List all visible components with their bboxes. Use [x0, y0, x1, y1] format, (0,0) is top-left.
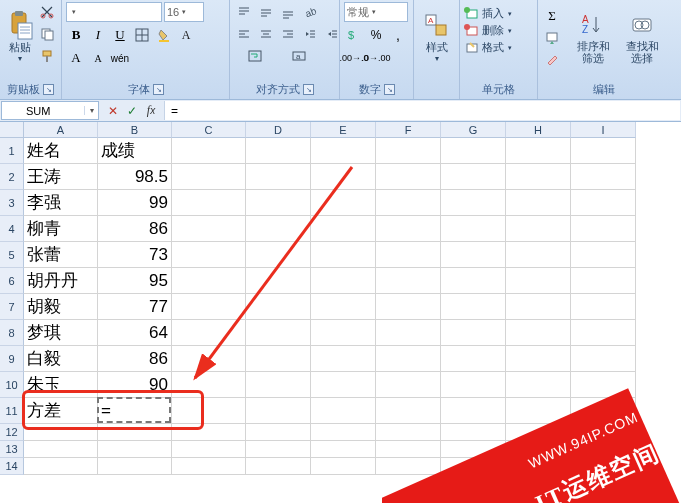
- cell[interactable]: [441, 268, 506, 294]
- insert-button[interactable]: 插入▾: [464, 6, 512, 21]
- cell[interactable]: [311, 320, 376, 346]
- orientation-button[interactable]: ab: [300, 2, 320, 22]
- cell[interactable]: [571, 164, 636, 190]
- chevron-down-icon[interactable]: ▾: [84, 106, 98, 115]
- cell[interactable]: [571, 458, 636, 475]
- cell[interactable]: [441, 138, 506, 164]
- autosum-button[interactable]: Σ: [542, 6, 562, 26]
- cell[interactable]: [311, 441, 376, 458]
- column-header[interactable]: C: [172, 122, 246, 138]
- dialog-launcher-icon[interactable]: ↘: [153, 84, 164, 95]
- cell[interactable]: [506, 372, 571, 398]
- align-center-button[interactable]: [256, 24, 276, 44]
- cell[interactable]: [506, 268, 571, 294]
- cell[interactable]: [172, 216, 246, 242]
- cell[interactable]: 86: [98, 216, 172, 242]
- cell[interactable]: [506, 294, 571, 320]
- cell[interactable]: 86: [98, 346, 172, 372]
- select-all-corner[interactable]: [0, 122, 24, 138]
- cell[interactable]: [246, 268, 311, 294]
- dialog-launcher-icon[interactable]: ↘: [43, 84, 54, 95]
- cell[interactable]: [571, 216, 636, 242]
- dialog-launcher-icon[interactable]: ↘: [384, 84, 395, 95]
- sort-filter-button[interactable]: AZ 排序和 筛选: [570, 2, 617, 72]
- cell[interactable]: [506, 458, 571, 475]
- cell[interactable]: [506, 424, 571, 441]
- cell[interactable]: [246, 138, 311, 164]
- cell[interactable]: [172, 441, 246, 458]
- cell[interactable]: 90: [98, 372, 172, 398]
- cell[interactable]: [311, 424, 376, 441]
- decrease-indent-button[interactable]: [300, 24, 320, 44]
- cell[interactable]: [246, 320, 311, 346]
- cell[interactable]: 李强: [24, 190, 98, 216]
- align-top-button[interactable]: [234, 2, 254, 22]
- cell[interactable]: [376, 346, 441, 372]
- cell[interactable]: [246, 458, 311, 475]
- column-header[interactable]: A: [24, 122, 98, 138]
- row-header[interactable]: 10: [0, 372, 24, 398]
- row-header[interactable]: 8: [0, 320, 24, 346]
- cell[interactable]: [172, 138, 246, 164]
- cell[interactable]: [441, 242, 506, 268]
- cell[interactable]: [24, 424, 98, 441]
- cell[interactable]: [311, 268, 376, 294]
- column-header[interactable]: E: [311, 122, 376, 138]
- cell[interactable]: [311, 398, 376, 424]
- cell[interactable]: [172, 242, 246, 268]
- cell[interactable]: [172, 424, 246, 441]
- cell[interactable]: [98, 458, 172, 475]
- cell[interactable]: 64: [98, 320, 172, 346]
- copy-button[interactable]: [37, 24, 57, 44]
- row-header[interactable]: 12: [0, 424, 24, 441]
- cell[interactable]: [172, 268, 246, 294]
- cell[interactable]: [506, 441, 571, 458]
- cell[interactable]: 朱玉: [24, 372, 98, 398]
- cell[interactable]: [376, 441, 441, 458]
- font-name-combo[interactable]: ▾: [66, 2, 162, 22]
- paste-button[interactable]: 粘贴 ▾: [4, 2, 35, 72]
- cell[interactable]: [441, 294, 506, 320]
- merge-center-button[interactable]: a: [278, 46, 320, 66]
- name-box[interactable]: SUM ▾: [1, 101, 99, 120]
- align-left-button[interactable]: [234, 24, 254, 44]
- decrease-decimal-button[interactable]: .0→.00: [366, 48, 386, 68]
- row-header[interactable]: 6: [0, 268, 24, 294]
- cell[interactable]: [172, 398, 246, 424]
- cell[interactable]: [571, 424, 636, 441]
- cell[interactable]: [571, 398, 636, 424]
- cell[interactable]: [571, 242, 636, 268]
- cell[interactable]: [441, 320, 506, 346]
- comma-button[interactable]: ,: [388, 25, 408, 45]
- cell[interactable]: [441, 458, 506, 475]
- cell[interactable]: [506, 242, 571, 268]
- cell[interactable]: [571, 294, 636, 320]
- row-header[interactable]: 1: [0, 138, 24, 164]
- cell[interactable]: 方差: [24, 398, 98, 424]
- cell[interactable]: [311, 242, 376, 268]
- cells-container[interactable]: 姓名成绩王涛98.5李强99柳青86张蕾73胡丹丹95胡毅77梦琪64白毅86朱…: [24, 138, 636, 475]
- row-header[interactable]: 3: [0, 190, 24, 216]
- cell[interactable]: [311, 346, 376, 372]
- cell[interactable]: [506, 320, 571, 346]
- cell[interactable]: [172, 320, 246, 346]
- phonetic-button[interactable]: wén: [110, 48, 130, 68]
- cell[interactable]: [311, 216, 376, 242]
- cell[interactable]: [571, 138, 636, 164]
- cell[interactable]: [376, 190, 441, 216]
- row-headers[interactable]: 1234567891011121314: [0, 138, 24, 475]
- cell[interactable]: 77: [98, 294, 172, 320]
- cell[interactable]: [376, 424, 441, 441]
- row-header[interactable]: 7: [0, 294, 24, 320]
- cell[interactable]: [311, 372, 376, 398]
- cell[interactable]: [311, 190, 376, 216]
- cell[interactable]: 73: [98, 242, 172, 268]
- cell[interactable]: 95: [98, 268, 172, 294]
- fill-color-button[interactable]: [154, 25, 174, 45]
- column-header[interactable]: H: [506, 122, 571, 138]
- cell[interactable]: [376, 458, 441, 475]
- column-header[interactable]: F: [376, 122, 441, 138]
- cell[interactable]: [246, 398, 311, 424]
- cell[interactable]: 王涛: [24, 164, 98, 190]
- cell[interactable]: [506, 346, 571, 372]
